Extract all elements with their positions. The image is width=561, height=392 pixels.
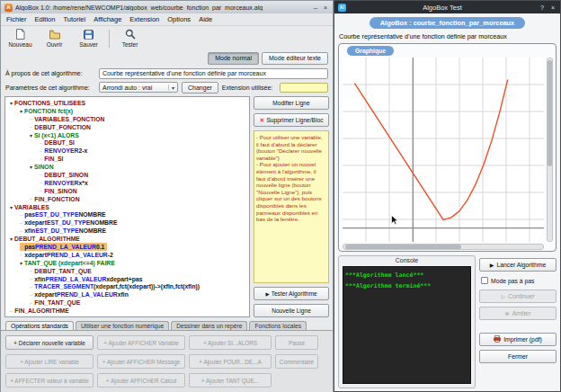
graph-vertical-scrollbar[interactable]	[547, 58, 553, 242]
tree-row[interactable]: ‒pas PREND_LA_VALEUR 0.1	[20, 243, 107, 251]
tree-row[interactable]: ▾VARIABLES	[10, 203, 52, 211]
tree-row-text: xdepart+pas	[106, 276, 142, 282]
spacer	[479, 324, 557, 329]
step-mode-checkbox[interactable]	[481, 277, 488, 284]
save-button[interactable]: Sauver	[73, 28, 104, 49]
new-button[interactable]: Nouveau	[4, 28, 36, 49]
tree-row-text: -2	[108, 252, 113, 258]
tree-expand-icon[interactable]: ▾	[20, 260, 22, 266]
tree-row[interactable]: ‒RENVOYER 2-x	[40, 147, 90, 155]
test-titlebar[interactable]: A! AlgoBox Test ? ×	[334, 1, 560, 13]
about-input[interactable]: Courbe représentative d'une fonction déf…	[99, 68, 328, 79]
tab-fonctions-locales[interactable]: Fonctions locales	[249, 321, 307, 330]
graphique-tab[interactable]: Graphique	[347, 46, 394, 56]
side-panel: Modifier Ligne ✕ Supprimer Ligne/Bloc - …	[254, 96, 329, 317]
tree-row[interactable]: ‒FIN_SI	[40, 155, 67, 163]
tree-row[interactable]: ‒xdepart EST_DU_TYPE NOMBRE	[20, 218, 120, 227]
menu-options[interactable]: Options	[167, 15, 191, 23]
menu-fichier[interactable]: Fichier	[6, 15, 27, 23]
tree-row[interactable]: ▾SINON	[30, 163, 57, 171]
run-algorithm-button[interactable]: ▶ Lancer Algorithme	[479, 258, 557, 272]
extension-input[interactable]	[280, 83, 328, 93]
horizontal-scrollbar-thumb[interactable]	[345, 245, 461, 249]
graph-plot[interactable]	[343, 58, 544, 242]
graph-card: Graphique	[338, 43, 557, 252]
continue-icon: ▷	[501, 293, 505, 299]
open-button[interactable]: Ouvrir	[39, 28, 70, 49]
tree-row[interactable]: ‒DEBUT_SI	[40, 138, 77, 147]
tree-row[interactable]: ‒xdepart PREND_LA_VALEUR -2	[20, 251, 116, 259]
tree-row[interactable]: ‒VARIABLES_FONCTION	[30, 115, 107, 123]
tree-row[interactable]: ▾DEBUT_ALGORITHME	[10, 235, 83, 243]
tree-row-text: FIN_TANT_QUE	[34, 299, 80, 306]
tree-row[interactable]: ‒DEBUT_TANT_QUE	[30, 267, 94, 275]
tree-expand-icon[interactable]: ▾	[10, 100, 13, 106]
continue-button: ▷ Continuer	[479, 290, 557, 303]
tree-row[interactable]: ‒FIN_FONCTION	[30, 195, 83, 203]
tree-row-text: FIN_SINON	[44, 188, 76, 194]
tree-expand-icon[interactable]: ▾	[30, 132, 32, 138]
tree-row[interactable]: ‒FIN_SINON	[40, 187, 80, 195]
modify-line-button[interactable]: Modifier Ligne	[254, 96, 329, 110]
test-algorithm-button[interactable]: ▶ Tester Algorithme	[254, 287, 329, 300]
tree-row[interactable]: ▾SI (x<1) ALORS	[30, 131, 82, 139]
tree-row[interactable]: ‒DEBUT_FONCTION	[30, 123, 94, 131]
minimize-icon[interactable]: –	[312, 4, 319, 11]
menu-edition[interactable]: Edition	[35, 15, 56, 23]
tree-row[interactable]: ▾FONCTION fct(x)	[20, 107, 76, 115]
tab-dessiner-dans-un-rep-re[interactable]: Dessiner dans un repère	[171, 321, 247, 330]
tree-expand-icon[interactable]: ▾	[20, 108, 22, 114]
tree-row[interactable]: ‒DEBUT_SINON	[40, 171, 91, 179]
delete-line-button[interactable]: ✕ Supprimer Ligne/Bloc	[254, 113, 329, 127]
step-mode-row[interactable]: Mode pas à pas	[479, 275, 557, 286]
test-banner: AlgoBox : courbe_fonction_par_morceaux	[370, 17, 525, 29]
tree-expand-icon[interactable]: ▾	[10, 204, 13, 210]
menu-extension[interactable]: Extension	[129, 15, 159, 23]
tree-branch-tick: ‒	[40, 180, 42, 185]
tree-row[interactable]: ‒xdepart PREND_LA_VALEUR xfin	[30, 290, 131, 298]
change-button[interactable]: Changer	[182, 82, 218, 94]
tree-row[interactable]: ▾FONCTIONS_UTILISEES	[10, 99, 88, 107]
graph-horizontal-scrollbar[interactable]	[343, 244, 544, 250]
menu-affichage[interactable]: Affichage	[94, 15, 121, 23]
tree-row-text: PREND_LA_VALEUR	[57, 291, 118, 298]
mode-text-editor-button[interactable]: Mode éditeur texte	[262, 52, 328, 65]
tab-op-rations-standards[interactable]: Opérations standards	[5, 321, 74, 330]
close-test-button[interactable]: Fermer	[479, 350, 557, 363]
vertical-scrollbar-thumb[interactable]	[548, 60, 552, 166]
tree-branch-tick: ‒	[30, 268, 32, 273]
tree-row[interactable]: ‒FIN_ALGORITHME	[10, 307, 72, 315]
print-pdf-label: Imprimer (pdf)	[503, 336, 542, 343]
tree-expand-icon[interactable]: ▾	[10, 236, 13, 242]
tester-button-label: Tester	[122, 41, 138, 48]
main-titlebar[interactable]: A AlgoBox 1.0: /home/rene/NEWCOMP1/algob…	[1, 1, 333, 13]
tab-utiliser-une-fonction-num-rique[interactable]: Utiliser une fonction numérique	[76, 321, 169, 330]
menu-aide[interactable]: Aide	[199, 15, 212, 23]
tree-row-text: x*x	[79, 180, 88, 186]
action-ajouter-afficher-variable: + Ajouter AFFICHER Variable	[97, 335, 185, 350]
tester-button[interactable]: Tester	[114, 28, 146, 49]
params-select[interactable]: Arrondi auto : vrai ▾	[99, 82, 178, 93]
tree-row[interactable]: ‒pas EST_DU_TYPE NOMBRE	[20, 210, 109, 218]
tree-row-text: xdepart	[24, 252, 47, 258]
tree-branch-tick: ‒	[20, 244, 22, 249]
tree-row[interactable]: ‒xfin EST_DU_TYPE NOMBRE	[20, 227, 109, 235]
print-pdf-button[interactable]: Imprimer (pdf)	[479, 333, 557, 346]
menu-tutoriel[interactable]: Tutoriel	[63, 15, 85, 23]
help-icon[interactable]: ?	[539, 4, 546, 11]
tree-row[interactable]: ‒RENVOYER x*x	[40, 179, 91, 187]
tree-row[interactable]: ‒FIN_TANT_QUE	[30, 298, 83, 307]
close-icon[interactable]: ×	[322, 4, 329, 11]
test-close-icon[interactable]: ×	[549, 4, 557, 11]
mode-normal-button[interactable]: Mode normal	[208, 52, 259, 65]
tree-row[interactable]: ▾TANT_QUE (xdepart<=4) FAIRE	[20, 259, 118, 267]
tree-row[interactable]: ‒TRACER_SEGMENT (xdepart,fct(xdepart))->…	[30, 282, 202, 290]
action-ajouter-afficher-message: + Ajouter AFFICHER Message	[97, 354, 185, 369]
tree-branch-tick: ‒	[30, 124, 32, 129]
toolbar-separator	[109, 30, 110, 48]
new-line-button[interactable]: Nouvelle Ligne	[254, 304, 329, 317]
tree-branch-tick: ‒	[20, 212, 22, 218]
action-d-clarer-nouvelle-variable[interactable]: + Déclarer nouvelle variable	[5, 335, 94, 350]
tree-row[interactable]: ‒xfin PREND_LA_VALEUR xdepart+pas	[30, 275, 146, 283]
tree-expand-icon[interactable]: ▾	[30, 164, 32, 170]
